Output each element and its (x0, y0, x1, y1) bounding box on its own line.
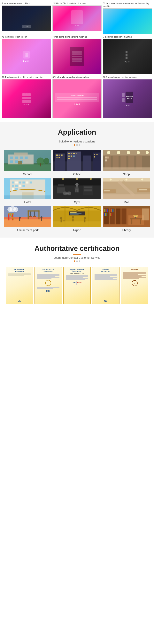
svg-rect-158 (110, 213, 111, 216)
cert-dots (4, 260, 150, 262)
certification-divider (73, 254, 81, 254)
dot-1 (74, 144, 75, 146)
svg-point-102 (141, 178, 143, 180)
svg-rect-61 (26, 182, 28, 184)
svg-rect-68 (15, 188, 18, 190)
svg-point-89 (90, 178, 92, 180)
svg-rect-157 (113, 209, 113, 212)
application-title: Application (4, 128, 150, 136)
cert-header-5: Certificate (131, 269, 138, 270)
svg-rect-108 (8, 214, 14, 214)
svg-rect-28 (71, 153, 72, 154)
svg-point-132 (72, 216, 74, 218)
svg-rect-20 (83, 156, 91, 171)
svg-point-44 (146, 151, 149, 154)
svg-rect-52 (105, 160, 107, 162)
svg-rect-152 (105, 213, 106, 216)
svg-rect-37 (94, 156, 95, 158)
product-item-8: 32 inch wall mounted vending machine YOU… (52, 76, 101, 118)
product-label-1: 7 Narrow sub-cabinet chillers (2, 2, 51, 5)
cert-dot-3 (79, 260, 80, 262)
svg-rect-138 (70, 214, 81, 214)
svg-rect-135 (84, 220, 85, 222)
occasion-image-airport (53, 206, 101, 227)
svg-point-42 (127, 151, 130, 154)
application-subtitle: Suitable for various occasions (4, 140, 150, 143)
svg-rect-84 (84, 186, 92, 188)
occasion-label-amusement: Amusement park (16, 228, 39, 232)
occasion-label-mall: Mall (124, 200, 129, 204)
product-item-4: 49 inch multi-touch screen (2, 36, 51, 74)
svg-rect-66 (22, 185, 25, 187)
product-item-1: 7 Narrow sub-cabinet chillers PUSH (2, 2, 51, 34)
svg-rect-98 (104, 190, 110, 192)
product-item-2: 21.5 inch+7 inch multi-touch screen ✦ PU… (52, 2, 101, 34)
svg-rect-148 (105, 209, 106, 212)
svg-rect-106 (8, 214, 9, 220)
svg-point-119 (41, 216, 43, 218)
occasion-shop: Shop (103, 150, 150, 176)
occasion-label-library: Library (122, 228, 131, 232)
application-divider (73, 138, 81, 138)
cert-header-1: EU Declarationof Conformity (14, 269, 24, 272)
svg-point-40 (107, 151, 110, 154)
occasion-image-amusement (4, 206, 51, 227)
svg-rect-128 (53, 222, 101, 228)
svg-rect-112 (38, 210, 39, 220)
certificate-5: Certificate ★ (121, 267, 148, 304)
dot-3 (79, 144, 80, 146)
svg-rect-57 (12, 182, 14, 184)
svg-rect-24 (61, 154, 63, 156)
svg-rect-32 (71, 156, 72, 157)
svg-rect-118 (19, 219, 20, 221)
svg-rect-159 (111, 213, 111, 216)
svg-point-101 (125, 178, 127, 180)
svg-rect-36 (96, 154, 98, 155)
svg-rect-137 (70, 212, 77, 213)
svg-rect-65 (19, 185, 21, 187)
svg-rect-161 (130, 218, 142, 219)
svg-point-123 (13, 207, 18, 212)
svg-point-117 (19, 217, 21, 219)
svg-rect-22 (56, 154, 58, 156)
product-image-7: PUSH (2, 79, 51, 118)
product-item-9: 10.1 inch desktop vending machine (103, 76, 152, 118)
certification-section: Authoritative certification Learn more C… (0, 238, 154, 308)
svg-rect-46 (112, 156, 118, 170)
svg-rect-133 (73, 218, 74, 221)
svg-rect-115 (29, 216, 32, 217)
dots-indicator (4, 144, 150, 146)
svg-rect-142 (103, 206, 150, 208)
occasions-grid: School (4, 150, 150, 232)
product-image-1: PUSH (2, 6, 51, 31)
svg-point-43 (137, 151, 140, 154)
occasion-image-gym (53, 178, 101, 199)
svg-rect-25 (56, 157, 58, 158)
certificate-1: EU Declarationof Conformity CE (6, 267, 33, 304)
occasion-image-mall (103, 178, 150, 199)
occasion-label-shop: Shop (123, 172, 130, 176)
svg-point-87 (62, 178, 64, 180)
product-image-4: PUSH (2, 39, 51, 74)
svg-rect-31 (68, 156, 70, 157)
occasion-image-office (53, 150, 101, 171)
svg-rect-149 (106, 209, 107, 212)
svg-point-88 (76, 178, 78, 180)
product-item-3: 32 inch room temperature consumables ven… (103, 2, 152, 34)
svg-rect-74 (58, 184, 64, 186)
occasion-airport: Airport (53, 206, 101, 232)
svg-rect-82 (66, 193, 69, 194)
svg-rect-120 (41, 218, 42, 221)
occasion-image-school (4, 150, 51, 171)
svg-rect-62 (30, 182, 32, 184)
svg-rect-79 (75, 187, 78, 189)
svg-rect-18 (55, 154, 65, 171)
occasion-label-airport: Airport (73, 228, 81, 232)
svg-rect-147 (104, 209, 105, 212)
cert-logo-3a: FCC (72, 282, 76, 285)
occasion-image-shop (103, 150, 150, 171)
product-label-7: 10.1 inch customized thin vending machin… (2, 76, 51, 78)
cert-logo-4: CE (104, 300, 108, 302)
occasion-label-school: School (23, 172, 32, 176)
product-item-7: 10.1 inch customized thin vending machin… (2, 76, 51, 118)
